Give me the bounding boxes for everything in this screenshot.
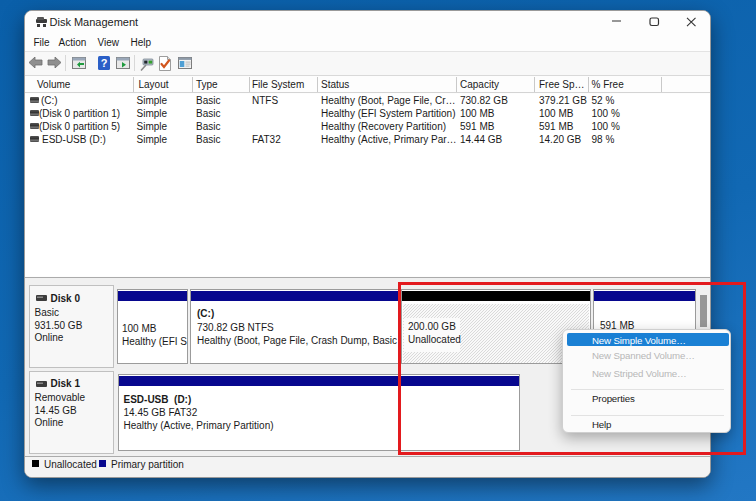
svg-text:?: ? [101, 57, 108, 69]
